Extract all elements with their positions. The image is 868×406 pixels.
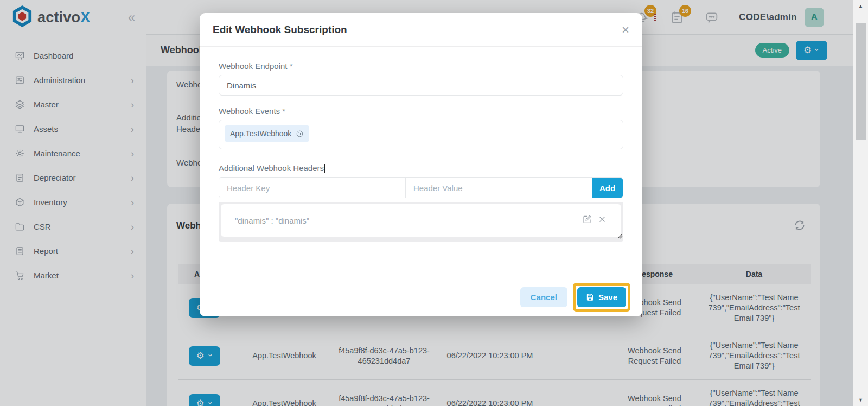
add-header-button[interactable]: Add: [592, 178, 623, 198]
edit-webhook-modal: Edit Webhook Subscription × Webhook Endp…: [200, 13, 642, 316]
headers-label: Additional Webhook Headers: [219, 163, 623, 173]
header-entry-row: "dinamis" : "dinamis": [221, 204, 621, 237]
save-highlight-box: Save: [573, 283, 630, 312]
endpoint-label: Webhook Endpoint *: [219, 61, 623, 71]
headers-list-box: "dinamis" : "dinamis": [219, 202, 623, 242]
modal-title: Edit Webhook Subscription: [213, 24, 347, 36]
save-button-label: Save: [598, 293, 617, 302]
endpoint-input[interactable]: [219, 75, 623, 96]
red-dashed-artifact: [654, 14, 656, 22]
header-key-input[interactable]: [219, 178, 405, 198]
resize-handle[interactable]: [617, 231, 623, 241]
scroll-down-arrow-icon[interactable]: ▼: [853, 395, 868, 405]
browser-scrollbar[interactable]: ▲ ▼: [853, 0, 868, 406]
modal-footer: Cancel Save: [200, 277, 642, 316]
text-cursor: [324, 164, 326, 173]
modal-body: Webhook Endpoint * Webhook Events * App.…: [200, 61, 642, 242]
cancel-button[interactable]: Cancel: [520, 287, 567, 307]
scroll-up-arrow-icon[interactable]: ▲: [853, 1, 868, 11]
event-tag: App.TestWebhook: [225, 125, 309, 142]
remove-tag-icon[interactable]: [296, 130, 304, 138]
events-label: Webhook Events *: [219, 106, 623, 116]
save-floppy-icon: [586, 293, 594, 301]
header-entry-text: "dinamis" : "dinamis": [235, 216, 309, 225]
edit-header-icon[interactable]: [582, 214, 592, 226]
event-tag-label: App.TestWebhook: [230, 129, 291, 138]
modal-header: Edit Webhook Subscription ×: [200, 13, 642, 47]
events-multiselect[interactable]: App.TestWebhook: [219, 120, 623, 149]
delete-header-icon[interactable]: [597, 214, 607, 226]
save-button[interactable]: Save: [577, 287, 626, 307]
header-inputs-row: Add: [219, 177, 623, 198]
close-icon[interactable]: ×: [622, 23, 629, 36]
header-value-input[interactable]: [406, 178, 592, 198]
scrollbar-thumb[interactable]: [856, 23, 866, 140]
